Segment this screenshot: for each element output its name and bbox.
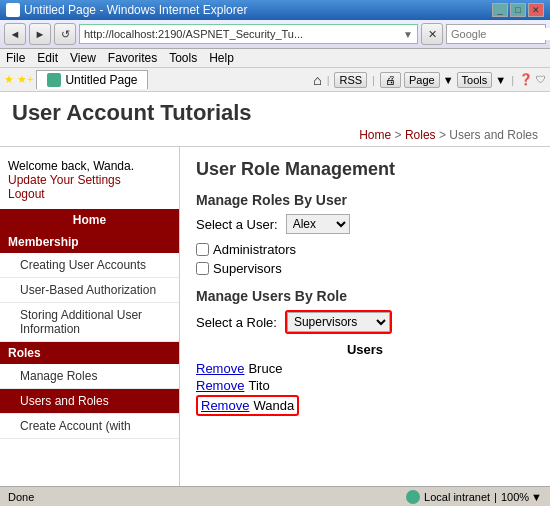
window-title: Untitled Page - Windows Internet Explore… <box>24 3 488 17</box>
separator2: | <box>372 74 375 86</box>
zone-icon <box>406 490 420 504</box>
home-icon[interactable]: ⌂ <box>313 72 321 88</box>
sidebar-item-storing-user-info[interactable]: Storing Additional User Information <box>0 303 179 342</box>
refresh-button[interactable]: ↺ <box>54 23 76 45</box>
sidebar-roles-header: Roles <box>0 342 179 364</box>
go-button[interactable]: ▼ <box>403 29 413 40</box>
page-button[interactable]: Page <box>404 72 440 88</box>
separator: | <box>327 74 330 86</box>
main-section-title: User Role Management <box>196 159 534 180</box>
role-select-outline: Administrators Supervisors <box>285 310 392 334</box>
select-role-row: Select a Role: Administrators Supervisor… <box>196 310 534 334</box>
sidebar-item-create-account[interactable]: Create Account (with <box>0 414 179 439</box>
breadcrumb-separator2: > <box>439 128 449 142</box>
user-row-wanda-container: Remove Wanda <box>196 395 534 416</box>
user-name-tito: Tito <box>248 378 269 393</box>
administrators-checkbox[interactable] <box>196 243 209 256</box>
breadcrumb: Home > Roles > Users and Roles <box>12 128 538 142</box>
logout-link[interactable]: Logout <box>8 187 45 201</box>
select-user-row: Select a User: Alex Bruce Tito Wanda <box>196 214 534 234</box>
sidebar-item-manage-roles[interactable]: Manage Roles <box>0 364 179 389</box>
role-select[interactable]: Administrators Supervisors <box>287 312 390 332</box>
search-bar[interactable]: 🔍 <box>446 24 546 44</box>
supervisors-checkbox[interactable] <box>196 262 209 275</box>
select-role-label: Select a Role: <box>196 315 277 330</box>
sidebar-home[interactable]: Home <box>0 209 179 231</box>
browser-icon <box>6 3 20 17</box>
menu-help[interactable]: Help <box>209 51 234 65</box>
address-input[interactable] <box>84 28 403 40</box>
safety-icon: 🛡 <box>536 74 546 85</box>
administrators-label: Administrators <box>213 242 296 257</box>
user-row-tito: Remove Tito <box>196 378 534 393</box>
role-checkbox-supervisors: Supervisors <box>196 261 534 276</box>
sidebar-membership-header: Membership <box>0 231 179 253</box>
minimize-button[interactable]: _ <box>492 3 508 17</box>
status-bar: Done Local intranet | 100% ▼ <box>0 486 550 506</box>
rss-button[interactable]: RSS <box>334 72 367 88</box>
zoom-chevron-icon: ▼ <box>531 491 542 503</box>
menu-tools[interactable]: Tools <box>169 51 197 65</box>
sidebar: Welcome back, Wanda. Update Your Setting… <box>0 147 180 486</box>
page-chevron-icon: ▼ <box>443 74 454 86</box>
menu-edit[interactable]: Edit <box>37 51 58 65</box>
separator3: | <box>511 74 514 86</box>
menu-view[interactable]: View <box>70 51 96 65</box>
breadcrumb-roles[interactable]: Roles <box>405 128 436 142</box>
zoom-text: 100% <box>501 491 529 503</box>
remove-bruce-link[interactable]: Remove <box>196 361 244 376</box>
user-name-wanda: Wanda <box>253 398 294 413</box>
menu-file[interactable]: File <box>6 51 25 65</box>
user-select[interactable]: Alex Bruce Tito Wanda <box>286 214 350 234</box>
sidebar-item-users-and-roles[interactable]: Users and Roles <box>0 389 179 414</box>
title-bar: Untitled Page - Windows Internet Explore… <box>0 0 550 20</box>
remove-wanda-link[interactable]: Remove <box>201 398 249 413</box>
users-table: Users Remove Bruce Remove Tito Remove Wa… <box>196 342 534 416</box>
breadcrumb-current: Users and Roles <box>449 128 538 142</box>
favorites-star-icon: ★ <box>4 73 14 86</box>
browser-tab[interactable]: Untitled Page <box>36 70 148 89</box>
back-button[interactable]: ◄ <box>4 23 26 45</box>
add-favorites-icon: ★+ <box>17 73 33 86</box>
search-input[interactable] <box>451 28 550 40</box>
sidebar-item-creating-user-accounts[interactable]: Creating User Accounts <box>0 253 179 278</box>
users-header: Users <box>196 342 534 357</box>
status-text-area: Done <box>8 491 34 503</box>
address-bar[interactable]: ▼ <box>79 24 418 44</box>
update-settings-link[interactable]: Update Your Settings <box>8 173 121 187</box>
stop-button[interactable]: ✕ <box>421 23 443 45</box>
close-button[interactable]: ✕ <box>528 3 544 17</box>
separator: | <box>494 491 497 503</box>
print-button[interactable]: 🖨 <box>380 72 401 88</box>
supervisors-label: Supervisors <box>213 261 282 276</box>
breadcrumb-separator1: > <box>395 128 405 142</box>
browser-toolbar: ★ ★+ Untitled Page ⌂ | RSS | 🖨 Page ▼ To… <box>0 68 550 92</box>
user-row-bruce: Remove Bruce <box>196 361 534 376</box>
manage-by-role-title: Manage Users By Role <box>196 288 534 304</box>
tab-icon <box>47 73 61 87</box>
navigation-bar: ◄ ► ↺ ▼ ✕ 🔍 <box>0 20 550 49</box>
window-controls[interactable]: _ □ ✕ <box>492 3 544 17</box>
role-checkbox-administrators: Administrators <box>196 242 534 257</box>
sidebar-welcome: Welcome back, Wanda. Update Your Setting… <box>0 155 179 209</box>
zoom-control[interactable]: 100% ▼ <box>501 491 542 503</box>
tab-label: Untitled Page <box>65 73 137 87</box>
breadcrumb-home[interactable]: Home <box>359 128 391 142</box>
page-content: User Account Tutorials Home > Roles > Us… <box>0 92 550 486</box>
zone-area: Local intranet | 100% ▼ <box>406 490 542 504</box>
user-name-bruce: Bruce <box>248 361 282 376</box>
remove-tito-link[interactable]: Remove <box>196 378 244 393</box>
main-content: User Role Management Manage Roles By Use… <box>180 147 550 486</box>
menu-favorites[interactable]: Favorites <box>108 51 157 65</box>
restore-button[interactable]: □ <box>510 3 526 17</box>
page-header: User Account Tutorials Home > Roles > Us… <box>0 92 550 147</box>
page-title: User Account Tutorials <box>12 100 538 126</box>
welcome-text: Welcome back, Wanda. <box>8 159 134 173</box>
forward-button[interactable]: ► <box>29 23 51 45</box>
user-row-wanda: Remove Wanda <box>196 395 299 416</box>
help-icon[interactable]: ❓ <box>519 73 533 86</box>
select-user-label: Select a User: <box>196 217 278 232</box>
tools-button[interactable]: Tools <box>457 72 493 88</box>
sidebar-item-user-based-auth[interactable]: User-Based Authorization <box>0 278 179 303</box>
menu-bar: File Edit View Favorites Tools Help <box>0 49 550 68</box>
